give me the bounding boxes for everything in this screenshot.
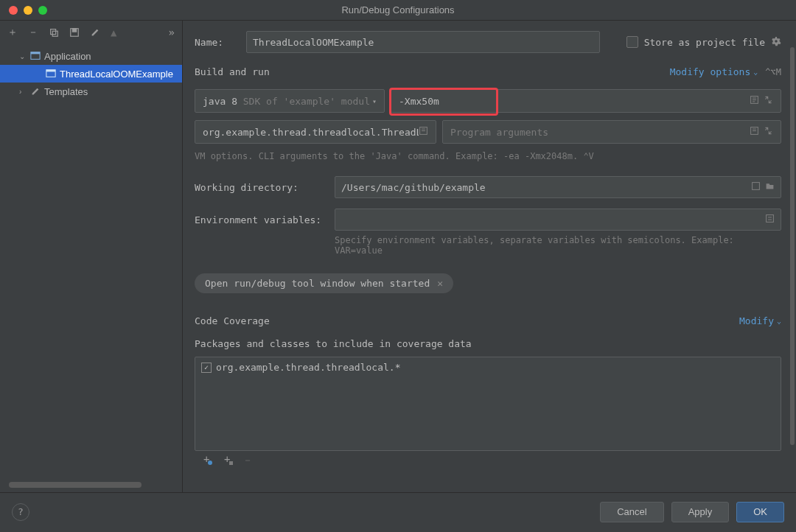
chevron-down-icon: ⌄	[19, 52, 27, 60]
history-icon[interactable]	[750, 95, 759, 107]
sidebar: ＋ － ▲ » ⌄ Application ThreadLocal	[0, 21, 183, 492]
store-label: Store as project file	[644, 37, 765, 48]
remove-config-icon[interactable]: －	[28, 26, 38, 39]
scrollbar-thumb[interactable]	[790, 47, 795, 445]
chevron-down-icon: ⌄	[753, 68, 758, 76]
footer: ? Cancel Apply OK	[0, 492, 796, 531]
close-icon[interactable]: ✕	[437, 278, 443, 289]
ok-button[interactable]: OK	[736, 502, 784, 522]
form-panel: Name: Store as project file Build and ru…	[183, 21, 796, 492]
history-icon[interactable]	[419, 126, 428, 138]
main-class-field[interactable]: org.example.thread.threadlocal.ThreadLoc…	[195, 120, 436, 144]
env-field[interactable]	[335, 209, 781, 231]
tag-label: Open run/debug tool window when started	[205, 278, 430, 289]
coverage-subtitle: Packages and classes to include in cover…	[195, 338, 781, 349]
cancel-button[interactable]: Cancel	[600, 502, 663, 522]
name-input[interactable]	[253, 37, 593, 48]
vm-options-field[interactable]	[391, 89, 781, 113]
remove-coverage-icon[interactable]: －	[242, 454, 253, 468]
sidebar-scrollbar-horizontal[interactable]	[0, 482, 182, 489]
main-class-value: org.example.thread.threadlocal.ThreadLoc…	[203, 127, 419, 138]
move-up-icon[interactable]: ▲	[111, 27, 116, 38]
add-package-icon[interactable]: +	[222, 454, 234, 468]
chevron-right-icon: ›	[19, 88, 27, 96]
svg-rect-5	[31, 52, 40, 55]
name-field[interactable]	[246, 31, 600, 53]
config-tree: ⌄ Application ThreadLocalOOMExample › Te…	[0, 44, 182, 100]
close-window-button[interactable]	[9, 6, 18, 15]
svg-rect-18	[753, 183, 760, 190]
chevron-down-icon: ▾	[372, 97, 377, 105]
name-label: Name:	[195, 37, 239, 48]
expand-icon[interactable]	[764, 126, 773, 138]
svg-rect-1	[52, 31, 57, 36]
program-args-input[interactable]	[450, 127, 750, 138]
history-icon[interactable]	[750, 126, 759, 138]
add-class-icon[interactable]: +	[201, 454, 213, 468]
build-run-title: Build and run	[195, 66, 270, 77]
coverage-toolbar: + + －	[195, 449, 259, 472]
env-hint: Specify environment variables, separate …	[335, 235, 781, 256]
chevron-down-icon: ⌄	[777, 317, 781, 325]
list-icon[interactable]	[765, 214, 775, 225]
coverage-item-label: org.example.thread.threadlocal.*	[216, 362, 400, 373]
coverage-list: ✓ org.example.thread.threadlocal.* + + －	[195, 357, 781, 451]
store-checkbox[interactable]	[626, 36, 638, 48]
vm-options-hint: VM options. CLI arguments to the 'Java' …	[195, 151, 781, 161]
env-input[interactable]	[341, 214, 765, 225]
jdk-combo[interactable]: java 8 SDK of 'example' modul ▾	[195, 89, 385, 113]
wrench-icon	[30, 86, 41, 97]
checked-icon: ✓	[201, 363, 212, 373]
wd-label: Working directory:	[195, 182, 335, 193]
svg-rect-0	[51, 29, 56, 35]
env-label: Environment variables:	[195, 214, 335, 225]
tree-label: ThreadLocalOOMExample	[60, 69, 173, 80]
gear-icon[interactable]	[771, 36, 781, 49]
titlebar: Run/Debug Configurations	[0, 0, 796, 21]
window-title: Run/Debug Configurations	[0, 4, 796, 15]
vm-options-input[interactable]	[399, 96, 750, 107]
application-icon	[46, 69, 56, 79]
shortcut-hint: ^⌥M	[765, 67, 781, 77]
help-button[interactable]: ?	[12, 503, 29, 521]
edit-config-icon[interactable]	[90, 27, 100, 38]
folder-icon[interactable]	[765, 181, 775, 193]
minimize-window-button[interactable]	[24, 6, 32, 15]
wd-field[interactable]	[335, 176, 781, 198]
jdk-combo-text: java 8 SDK of 'example' modul	[203, 96, 370, 107]
maximize-window-button[interactable]	[38, 6, 47, 15]
expand-icon[interactable]	[764, 95, 773, 107]
main-content: ＋ － ▲ » ⌄ Application ThreadLocal	[0, 21, 796, 492]
expand-toolbar-icon[interactable]: »	[169, 27, 175, 38]
tree-item-templates[interactable]: › Templates	[0, 83, 182, 100]
copy-config-icon[interactable]	[49, 27, 59, 38]
tree-label: Application	[44, 51, 91, 62]
svg-rect-7	[46, 70, 55, 72]
open-tool-window-tag[interactable]: Open run/debug tool window when started …	[195, 273, 453, 293]
svg-rect-25	[229, 461, 233, 465]
svg-rect-19	[767, 215, 774, 223]
form-scrollbar-vertical[interactable]	[790, 47, 795, 475]
history-icon[interactable]	[751, 181, 761, 193]
apply-button[interactable]: Apply	[671, 502, 730, 522]
tree-item-application[interactable]: ⌄ Application	[0, 47, 182, 65]
coverage-title: Code Coverage	[195, 315, 270, 326]
svg-rect-3	[72, 29, 76, 32]
application-icon	[30, 51, 41, 61]
scrollbar-thumb[interactable]	[9, 482, 142, 488]
coverage-item[interactable]: ✓ org.example.thread.threadlocal.*	[195, 357, 781, 377]
svg-point-23	[208, 461, 212, 465]
traffic-lights	[0, 6, 47, 15]
store-as-project-wrap[interactable]: Store as project file	[626, 36, 781, 49]
tree-item-threadlocal[interactable]: ThreadLocalOOMExample	[0, 65, 182, 83]
add-config-icon[interactable]: ＋	[7, 26, 18, 39]
tree-label: Templates	[44, 86, 88, 97]
modify-options-link[interactable]: Modify options ⌄ ^⌥M	[670, 66, 781, 77]
save-config-icon[interactable]	[69, 27, 80, 38]
sidebar-toolbar: ＋ － ▲ »	[0, 21, 182, 44]
wd-input[interactable]	[341, 182, 751, 193]
program-args-field[interactable]	[442, 120, 781, 144]
coverage-modify-link[interactable]: Modify ⌄	[739, 315, 781, 326]
